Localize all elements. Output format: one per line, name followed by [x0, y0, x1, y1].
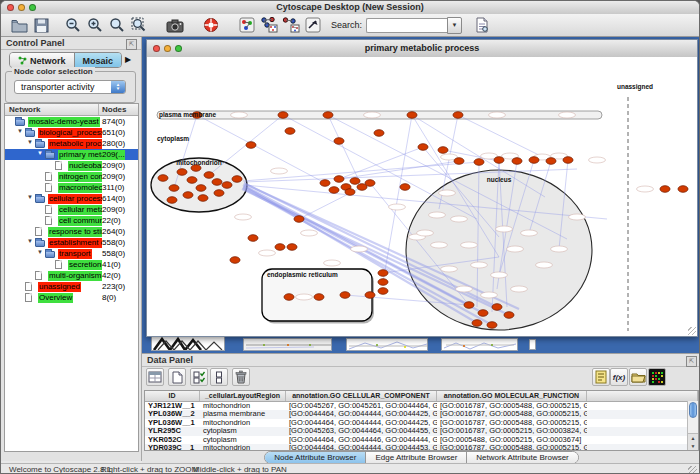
tab-mosaic[interactable]: Mosaic — [74, 53, 122, 67]
background-window-fragment[interactable] — [529, 339, 536, 350]
tree-row-nucleobase-[interactable]: nucleobase-209(0) — [5, 160, 138, 171]
cell[interactable]: [GO:0005488, GO:0005215, GO:0003674] — [437, 436, 587, 444]
zoom-fit-icon[interactable] — [107, 16, 127, 35]
tree-row-transport[interactable]: ▼transport558(0) — [5, 248, 138, 259]
network-node[interactable] — [246, 142, 256, 149]
table-row-ypl036w__2[interactable]: YPL036W__2plasma membrane[GO:0044464, GO… — [145, 410, 698, 418]
float-panel-icon[interactable]: ⇱ — [126, 39, 137, 50]
network-node[interactable] — [334, 176, 344, 183]
cell[interactable]: [GO:0044464, GO:0044446, GO:0044444, G..… — [286, 436, 437, 444]
cell[interactable]: YLR295C — [145, 427, 200, 435]
network-node[interactable] — [158, 175, 168, 182]
network-node[interactable] — [187, 177, 197, 184]
table-row-yjr121w__1[interactable]: YJR121W__1mitochondrion[GO:0045267, GO:0… — [145, 402, 698, 410]
table-scrollbar-arrows[interactable]: ▲▼ — [688, 433, 698, 450]
tree-row-multi-organism-pro[interactable]: multi-organism pro42(0) — [5, 270, 138, 281]
network-node[interactable] — [169, 185, 179, 192]
tree-row-response-to-stimulu[interactable]: response to stimulu264(0) — [5, 226, 138, 237]
network-node[interactable] — [474, 159, 484, 166]
canvas-resize-grip[interactable] — [688, 327, 696, 335]
annotation-icon[interactable] — [303, 16, 323, 35]
network-canvas[interactable]: plasma membranecytoplasmmitochondrionnuc… — [147, 57, 697, 336]
network-node[interactable] — [285, 128, 295, 135]
expand-arrow-icon[interactable]: ▼ — [37, 150, 43, 156]
network-node[interactable] — [230, 257, 240, 264]
tree-row-macromolecule[interactable]: macromolecule311(0) — [5, 182, 138, 193]
cell[interactable]: [GO:0016787, GO:0005488, GO:0005215, G..… — [437, 402, 587, 410]
network-node[interactable] — [418, 144, 428, 151]
cell[interactable]: [GO:0044464, GO:0044444, GO:0044425, G..… — [286, 410, 437, 418]
network-node[interactable] — [400, 184, 410, 191]
cell[interactable]: YDR039C__1 — [145, 444, 200, 451]
cell[interactable]: plasma membrane — [200, 410, 286, 418]
network-node[interactable] — [183, 192, 193, 199]
table-row-ykr052c[interactable]: YKR052Ccytoplasm[GO:0044464, GO:0044446,… — [145, 436, 698, 444]
cell[interactable]: [GO:0016787, GO:0005215, GO:0003824, G..… — [437, 427, 587, 435]
network-node[interactable] — [232, 176, 242, 183]
network-node[interactable] — [167, 197, 177, 204]
network-node[interactable] — [529, 157, 539, 164]
network-node[interactable] — [214, 190, 224, 197]
network-node[interactable] — [454, 158, 464, 165]
network-node[interactable] — [438, 147, 448, 154]
network-node[interactable] — [212, 179, 222, 186]
network-node[interactable] — [204, 172, 214, 179]
cell[interactable]: [GO:0045263, GO:0044464, GO:0044455, G..… — [286, 427, 437, 435]
table-row-ypl036w__1[interactable]: YPL036W__1mitochondrion[GO:0044464, GO:0… — [145, 419, 698, 427]
expand-arrow-icon[interactable]: ▼ — [37, 249, 43, 255]
node-color-dropdown[interactable]: transporter activity ▲▼ — [14, 80, 126, 94]
cell[interactable]: [GO:0044464, GO:0044444, GO:0044453, G..… — [286, 444, 437, 451]
cell[interactable]: cytoplasm — [200, 436, 286, 444]
network-node[interactable] — [378, 270, 388, 277]
tree-row-overview[interactable]: Overview8(0) — [5, 292, 138, 303]
layout-nodes-2-icon[interactable] — [281, 16, 301, 35]
new-attribute-icon[interactable] — [168, 368, 186, 386]
network-node[interactable] — [278, 112, 288, 119]
expand-arrow-icon[interactable]: ▼ — [27, 238, 33, 244]
network-node[interactable] — [378, 288, 388, 295]
zoom-selected-icon[interactable] — [129, 16, 149, 35]
search-dropdown-button[interactable]: ▼ — [447, 17, 462, 34]
network-node[interactable] — [350, 178, 360, 185]
tab-network-attribute-browser[interactable]: Network Attribute Browser — [466, 452, 577, 463]
table-row-ydr039c__1[interactable]: YDR039C__1mitochondrion[GO:0044464, GO:0… — [145, 444, 698, 451]
network-node[interactable] — [294, 216, 304, 223]
tree-row-unassigned[interactable]: unassigned223(0) — [5, 281, 138, 292]
cell[interactable]: cytoplasm — [200, 427, 286, 435]
tree-row-secretion[interactable]: secretion41(0) — [5, 259, 138, 270]
column-header-1[interactable]: _cellularLayoutRegion — [200, 391, 286, 401]
network-node[interactable] — [314, 294, 324, 301]
cell[interactable]: mitochondrion — [200, 402, 286, 410]
network-node[interactable] — [407, 112, 417, 119]
network-node[interactable] — [198, 195, 208, 202]
tree-row-cell-communicat[interactable]: cell communicat22(0) — [5, 215, 138, 226]
network-node[interactable] — [494, 157, 504, 164]
cell[interactable]: YJR121W__1 — [145, 402, 200, 410]
network-node[interactable] — [334, 138, 344, 145]
network-node[interactable] — [196, 185, 206, 192]
zoom-in-icon[interactable] — [85, 16, 105, 35]
window-resize-grip[interactable] — [688, 466, 697, 474]
column-header-2[interactable]: annotation.GO CELLULAR_COMPONENT — [286, 391, 437, 401]
network-node[interactable] — [478, 310, 488, 317]
cell[interactable]: YPL036W__1 — [145, 419, 200, 427]
network-node[interactable] — [678, 186, 688, 193]
expand-arrow-icon[interactable]: ▼ — [27, 139, 33, 145]
tab-edge-attribute-browser[interactable]: Edge Attribute Browser — [365, 452, 466, 463]
network-node[interactable] — [512, 158, 522, 165]
network-node[interactable] — [453, 112, 463, 119]
network-node[interactable] — [177, 169, 187, 176]
background-window-fragment[interactable] — [441, 338, 518, 351]
network-node[interactable] — [275, 244, 285, 251]
cell[interactable]: [GO:0016787, GO:0005488, GO:0005215, G..… — [437, 410, 587, 418]
cell[interactable]: [GO:0044464, GO:0044444, GO:0044425, G..… — [286, 419, 437, 427]
tree-row-primary-metabo[interactable]: ▼primary metabo209(... — [5, 149, 138, 160]
layout-nodes-1-icon[interactable] — [259, 16, 279, 35]
search-input[interactable] — [366, 18, 447, 33]
unselect-attributes-icon[interactable] — [210, 368, 228, 386]
cell[interactable]: [GO:0045267, GO:0045261, GO:0044464, G..… — [286, 402, 437, 410]
vizmapper-icon[interactable] — [237, 16, 257, 35]
select-attributes-icon[interactable] — [190, 368, 208, 386]
background-window-fragment[interactable] — [346, 338, 428, 351]
cell[interactable]: YKR052C — [145, 436, 200, 444]
